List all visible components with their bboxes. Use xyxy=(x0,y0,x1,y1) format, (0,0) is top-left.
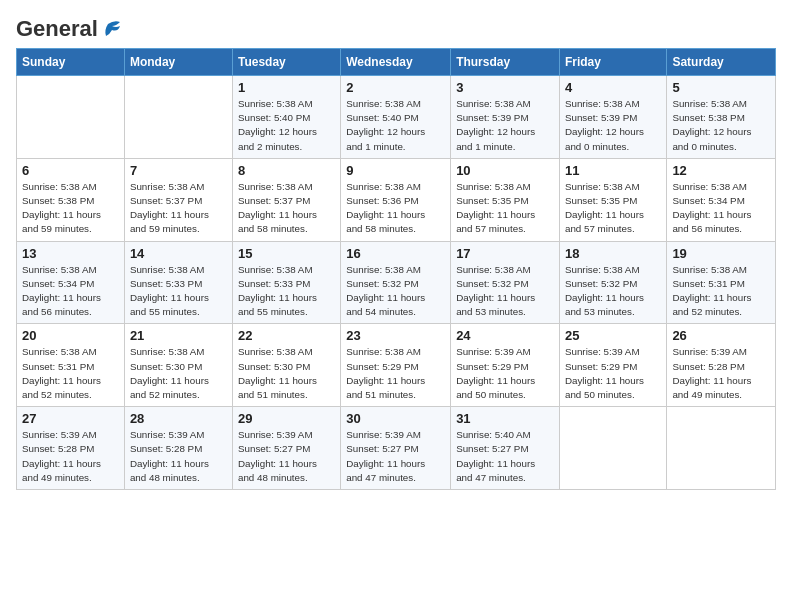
day-detail: Sunrise: 5:38 AM Sunset: 5:40 PM Dayligh… xyxy=(346,97,445,154)
col-header-wednesday: Wednesday xyxy=(341,49,451,76)
day-number: 13 xyxy=(22,246,119,261)
day-detail: Sunrise: 5:39 AM Sunset: 5:28 PM Dayligh… xyxy=(130,428,227,485)
calendar-cell: 14Sunrise: 5:38 AM Sunset: 5:33 PM Dayli… xyxy=(124,241,232,324)
col-header-tuesday: Tuesday xyxy=(232,49,340,76)
calendar-cell: 13Sunrise: 5:38 AM Sunset: 5:34 PM Dayli… xyxy=(17,241,125,324)
day-detail: Sunrise: 5:38 AM Sunset: 5:33 PM Dayligh… xyxy=(130,263,227,320)
calendar-cell: 2Sunrise: 5:38 AM Sunset: 5:40 PM Daylig… xyxy=(341,76,451,159)
day-detail: Sunrise: 5:38 AM Sunset: 5:33 PM Dayligh… xyxy=(238,263,335,320)
day-number: 29 xyxy=(238,411,335,426)
day-detail: Sunrise: 5:38 AM Sunset: 5:32 PM Dayligh… xyxy=(565,263,661,320)
calendar-cell: 10Sunrise: 5:38 AM Sunset: 5:35 PM Dayli… xyxy=(451,158,560,241)
col-header-saturday: Saturday xyxy=(667,49,776,76)
calendar-cell: 20Sunrise: 5:38 AM Sunset: 5:31 PM Dayli… xyxy=(17,324,125,407)
day-detail: Sunrise: 5:38 AM Sunset: 5:31 PM Dayligh… xyxy=(22,345,119,402)
day-number: 25 xyxy=(565,328,661,343)
day-number: 22 xyxy=(238,328,335,343)
day-detail: Sunrise: 5:39 AM Sunset: 5:28 PM Dayligh… xyxy=(22,428,119,485)
day-detail: Sunrise: 5:38 AM Sunset: 5:35 PM Dayligh… xyxy=(456,180,554,237)
day-detail: Sunrise: 5:38 AM Sunset: 5:40 PM Dayligh… xyxy=(238,97,335,154)
calendar-cell: 6Sunrise: 5:38 AM Sunset: 5:38 PM Daylig… xyxy=(17,158,125,241)
calendar-cell xyxy=(124,76,232,159)
logo-general: General xyxy=(16,16,98,42)
calendar-cell: 3Sunrise: 5:38 AM Sunset: 5:39 PM Daylig… xyxy=(451,76,560,159)
calendar-cell: 29Sunrise: 5:39 AM Sunset: 5:27 PM Dayli… xyxy=(232,407,340,490)
calendar-cell: 11Sunrise: 5:38 AM Sunset: 5:35 PM Dayli… xyxy=(559,158,666,241)
calendar-cell: 12Sunrise: 5:38 AM Sunset: 5:34 PM Dayli… xyxy=(667,158,776,241)
day-number: 3 xyxy=(456,80,554,95)
calendar-cell: 23Sunrise: 5:38 AM Sunset: 5:29 PM Dayli… xyxy=(341,324,451,407)
day-detail: Sunrise: 5:38 AM Sunset: 5:37 PM Dayligh… xyxy=(130,180,227,237)
day-detail: Sunrise: 5:40 AM Sunset: 5:27 PM Dayligh… xyxy=(456,428,554,485)
calendar-cell: 4Sunrise: 5:38 AM Sunset: 5:39 PM Daylig… xyxy=(559,76,666,159)
calendar-cell: 8Sunrise: 5:38 AM Sunset: 5:37 PM Daylig… xyxy=(232,158,340,241)
col-header-friday: Friday xyxy=(559,49,666,76)
day-number: 30 xyxy=(346,411,445,426)
day-number: 18 xyxy=(565,246,661,261)
calendar-cell xyxy=(559,407,666,490)
calendar-cell: 28Sunrise: 5:39 AM Sunset: 5:28 PM Dayli… xyxy=(124,407,232,490)
day-number: 19 xyxy=(672,246,770,261)
calendar-cell: 1Sunrise: 5:38 AM Sunset: 5:40 PM Daylig… xyxy=(232,76,340,159)
col-header-thursday: Thursday xyxy=(451,49,560,76)
col-header-sunday: Sunday xyxy=(17,49,125,76)
day-detail: Sunrise: 5:38 AM Sunset: 5:38 PM Dayligh… xyxy=(672,97,770,154)
day-number: 9 xyxy=(346,163,445,178)
day-number: 4 xyxy=(565,80,661,95)
calendar-cell: 16Sunrise: 5:38 AM Sunset: 5:32 PM Dayli… xyxy=(341,241,451,324)
day-number: 6 xyxy=(22,163,119,178)
calendar-cell: 31Sunrise: 5:40 AM Sunset: 5:27 PM Dayli… xyxy=(451,407,560,490)
day-number: 8 xyxy=(238,163,335,178)
day-number: 10 xyxy=(456,163,554,178)
day-number: 5 xyxy=(672,80,770,95)
calendar-cell: 9Sunrise: 5:38 AM Sunset: 5:36 PM Daylig… xyxy=(341,158,451,241)
day-number: 16 xyxy=(346,246,445,261)
day-detail: Sunrise: 5:38 AM Sunset: 5:31 PM Dayligh… xyxy=(672,263,770,320)
calendar-cell: 30Sunrise: 5:39 AM Sunset: 5:27 PM Dayli… xyxy=(341,407,451,490)
day-detail: Sunrise: 5:38 AM Sunset: 5:34 PM Dayligh… xyxy=(672,180,770,237)
day-detail: Sunrise: 5:38 AM Sunset: 5:30 PM Dayligh… xyxy=(130,345,227,402)
day-number: 2 xyxy=(346,80,445,95)
day-detail: Sunrise: 5:38 AM Sunset: 5:29 PM Dayligh… xyxy=(346,345,445,402)
day-detail: Sunrise: 5:38 AM Sunset: 5:37 PM Dayligh… xyxy=(238,180,335,237)
day-detail: Sunrise: 5:38 AM Sunset: 5:36 PM Dayligh… xyxy=(346,180,445,237)
calendar-table: SundayMondayTuesdayWednesdayThursdayFrid… xyxy=(16,48,776,490)
day-number: 27 xyxy=(22,411,119,426)
calendar-cell: 25Sunrise: 5:39 AM Sunset: 5:29 PM Dayli… xyxy=(559,324,666,407)
calendar-cell: 19Sunrise: 5:38 AM Sunset: 5:31 PM Dayli… xyxy=(667,241,776,324)
day-number: 31 xyxy=(456,411,554,426)
calendar-cell: 18Sunrise: 5:38 AM Sunset: 5:32 PM Dayli… xyxy=(559,241,666,324)
day-detail: Sunrise: 5:39 AM Sunset: 5:27 PM Dayligh… xyxy=(346,428,445,485)
day-number: 28 xyxy=(130,411,227,426)
day-number: 7 xyxy=(130,163,227,178)
calendar-cell: 7Sunrise: 5:38 AM Sunset: 5:37 PM Daylig… xyxy=(124,158,232,241)
day-number: 20 xyxy=(22,328,119,343)
day-detail: Sunrise: 5:38 AM Sunset: 5:39 PM Dayligh… xyxy=(565,97,661,154)
calendar-cell: 17Sunrise: 5:38 AM Sunset: 5:32 PM Dayli… xyxy=(451,241,560,324)
calendar-cell: 21Sunrise: 5:38 AM Sunset: 5:30 PM Dayli… xyxy=(124,324,232,407)
calendar-cell xyxy=(17,76,125,159)
calendar-cell: 26Sunrise: 5:39 AM Sunset: 5:28 PM Dayli… xyxy=(667,324,776,407)
day-number: 26 xyxy=(672,328,770,343)
calendar-cell: 27Sunrise: 5:39 AM Sunset: 5:28 PM Dayli… xyxy=(17,407,125,490)
day-detail: Sunrise: 5:38 AM Sunset: 5:38 PM Dayligh… xyxy=(22,180,119,237)
calendar-cell: 24Sunrise: 5:39 AM Sunset: 5:29 PM Dayli… xyxy=(451,324,560,407)
day-detail: Sunrise: 5:38 AM Sunset: 5:32 PM Dayligh… xyxy=(456,263,554,320)
day-number: 11 xyxy=(565,163,661,178)
day-detail: Sunrise: 5:39 AM Sunset: 5:28 PM Dayligh… xyxy=(672,345,770,402)
day-number: 14 xyxy=(130,246,227,261)
day-detail: Sunrise: 5:38 AM Sunset: 5:34 PM Dayligh… xyxy=(22,263,119,320)
day-detail: Sunrise: 5:39 AM Sunset: 5:29 PM Dayligh… xyxy=(565,345,661,402)
day-detail: Sunrise: 5:39 AM Sunset: 5:27 PM Dayligh… xyxy=(238,428,335,485)
day-number: 17 xyxy=(456,246,554,261)
logo: General xyxy=(16,16,122,38)
day-detail: Sunrise: 5:38 AM Sunset: 5:32 PM Dayligh… xyxy=(346,263,445,320)
logo-bird-icon xyxy=(100,18,122,40)
calendar-cell xyxy=(667,407,776,490)
col-header-monday: Monday xyxy=(124,49,232,76)
day-number: 1 xyxy=(238,80,335,95)
page-header: General xyxy=(16,16,776,38)
calendar-cell: 22Sunrise: 5:38 AM Sunset: 5:30 PM Dayli… xyxy=(232,324,340,407)
day-number: 12 xyxy=(672,163,770,178)
calendar-cell: 15Sunrise: 5:38 AM Sunset: 5:33 PM Dayli… xyxy=(232,241,340,324)
